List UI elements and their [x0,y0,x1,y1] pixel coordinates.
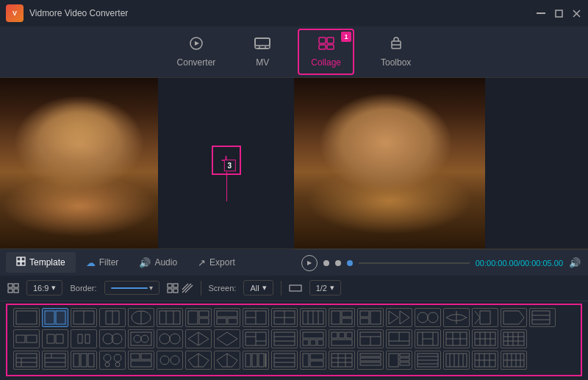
svg-point-70 [428,312,438,323]
svg-rect-133 [74,354,79,367]
template-item[interactable] [501,329,527,348]
template-item[interactable] [13,308,40,327]
template-item[interactable] [99,308,126,327]
border-control[interactable]: ▾ [104,281,159,295]
hatch-view-icon[interactable] [182,283,193,293]
sub-tab-audio[interactable]: 🔊 Audio [129,253,187,273]
template-item[interactable] [99,351,126,370]
progress-line[interactable] [359,262,470,264]
ctrl-separator-2 [281,281,282,295]
template-item[interactable] [243,308,269,327]
template-item[interactable] [472,351,498,370]
template-item[interactable] [243,329,269,348]
window-controls [535,7,582,19]
template-item[interactable] [329,329,355,348]
template-item[interactable] [271,351,298,370]
template-item-active[interactable] [42,308,68,327]
svg-marker-77 [85,334,90,343]
svg-point-137 [114,354,121,362]
template-item[interactable] [357,351,384,370]
template-item[interactable] [443,308,470,327]
template-item[interactable] [214,329,240,348]
screen-select[interactable]: All ▾ [243,280,273,295]
video-left [0,78,158,248]
template-item[interactable] [157,351,183,370]
template-item[interactable] [415,351,441,370]
bottom-nav-row: Template ☁ Filter 🔊 Audio ↗ Export ▶ 00:… [0,248,588,275]
close-btn[interactable] [570,7,582,19]
template-item[interactable] [185,351,212,370]
export-small-icon: ↗ [198,257,206,268]
svg-rect-156 [265,354,266,367]
template-item[interactable] [271,308,298,327]
tab-toolbox[interactable]: Toolbox [369,30,423,74]
badge-3: 3 [223,159,235,171]
template-item[interactable] [386,351,412,370]
template-item[interactable] [214,308,240,327]
sub-tab-export[interactable]: ↗ Export [187,253,245,273]
svg-rect-93 [303,340,309,345]
template-item[interactable] [185,308,212,327]
svg-rect-119 [503,332,524,345]
svg-rect-19 [17,262,21,265]
template-item[interactable] [13,329,40,348]
template-item[interactable] [243,351,269,370]
template-item[interactable] [443,329,470,348]
aspect-ratio-btn[interactable]: 16:9 ▾ [26,280,62,295]
time-display: 00:00:00.00/00:00:05.00 [476,259,563,268]
template-item[interactable] [501,308,527,327]
template-item[interactable] [13,351,40,370]
template-item[interactable] [157,308,183,327]
template-item[interactable] [415,329,441,348]
volume-icon[interactable]: 🔊 [569,257,581,268]
template-item[interactable] [501,351,527,370]
template-item[interactable] [42,351,68,370]
svg-point-144 [171,356,179,365]
template-item[interactable] [386,329,412,348]
template-item[interactable] [329,351,355,370]
template-item[interactable] [128,308,154,327]
template-item[interactable] [99,329,126,348]
tab-mv[interactable]: MV [242,30,283,74]
grid-view-icon[interactable] [167,283,179,293]
template-item[interactable] [415,308,441,327]
aspect-chevron: ▾ [51,283,56,293]
template-item[interactable] [443,351,470,370]
restore-btn[interactable] [553,7,564,19]
template-item[interactable] [300,329,326,348]
svg-rect-45 [188,311,198,324]
template-item[interactable] [71,351,97,370]
template-item[interactable] [357,329,384,348]
template-item[interactable] [472,308,498,327]
template-item[interactable] [128,351,154,370]
svg-rect-140 [131,354,140,359]
svg-rect-129 [45,354,65,367]
size-btn[interactable]: 1/2 ▾ [309,280,341,295]
sub-tab-filter[interactable]: ☁ Filter [76,253,129,273]
sub-tab-template[interactable]: Template [6,252,76,273]
template-item[interactable] [329,308,355,327]
grid-layout-icon [7,283,19,293]
template-item[interactable] [128,329,154,348]
template-item[interactable] [157,329,183,348]
play-button[interactable]: ▶ [301,255,318,271]
template-item[interactable] [529,308,556,327]
template-item[interactable] [386,308,412,327]
template-item[interactable] [71,329,97,348]
svg-rect-47 [199,318,209,324]
template-item[interactable] [42,329,68,348]
app-logo: V [6,4,24,22]
sub-tab-filter-label: Filter [99,257,119,268]
template-item[interactable] [300,308,326,327]
template-item[interactable] [300,351,326,370]
template-item[interactable] [185,329,212,348]
tab-collage[interactable]: 1 Collage [298,29,354,75]
template-item[interactable] [472,329,498,348]
tab-converter[interactable]: Converter [165,30,228,74]
tab-converter-label: Converter [177,57,216,68]
template-item[interactable] [271,329,298,348]
template-item[interactable] [357,308,384,327]
template-item[interactable] [214,351,240,370]
template-item[interactable] [71,308,97,327]
minimize-btn[interactable] [535,7,547,19]
